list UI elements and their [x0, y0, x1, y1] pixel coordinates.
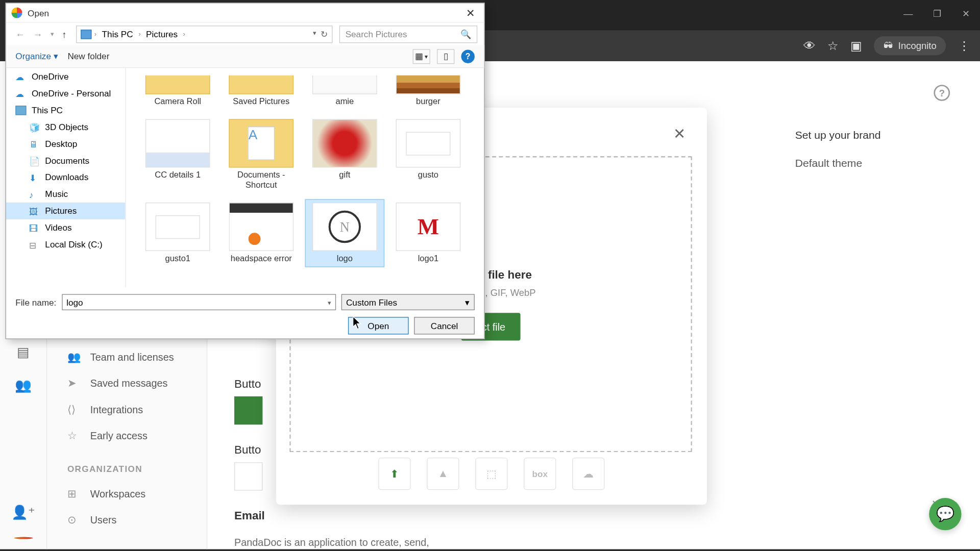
- window-close[interactable]: ✕: [962, 8, 970, 19]
- onedrive-icon[interactable]: ☁: [572, 458, 604, 490]
- google-drive-icon[interactable]: ▲: [427, 458, 459, 490]
- filename-dropdown-icon[interactable]: ▾: [328, 298, 331, 306]
- button-color-swatch[interactable]: [234, 396, 262, 424]
- 3d-icon: 🧊: [29, 122, 40, 131]
- chat-fab[interactable]: 💬: [929, 498, 961, 530]
- file-thumbnail: [396, 76, 461, 94]
- window-minimize[interactable]: —: [903, 8, 913, 19]
- chevron-right-icon[interactable]: ›: [138, 30, 140, 38]
- cancel-button[interactable]: Cancel: [414, 317, 475, 334]
- file-item-burger[interactable]: burger: [388, 72, 468, 110]
- side-panel-icon[interactable]: ▣: [850, 38, 862, 53]
- tree-item-3d-objects[interactable]: 🧊3D Objects: [6, 118, 125, 135]
- file-item-cc-details-1[interactable]: CC details 1: [138, 116, 217, 194]
- filename-input[interactable]: logo ▾: [62, 294, 336, 310]
- file-thumbnail: [145, 119, 210, 167]
- file-item-gusto[interactable]: gusto: [388, 116, 468, 194]
- tree-item-local-disk-c-[interactable]: ⊟Local Disk (C:): [6, 236, 125, 253]
- right-panel-theme[interactable]: Default theme: [795, 149, 980, 178]
- avatar[interactable]: [14, 537, 33, 539]
- window-maximize[interactable]: ❐: [933, 8, 942, 19]
- filetype-select[interactable]: Custom Files ▾: [341, 294, 475, 310]
- tree-item-label: Videos: [45, 223, 71, 233]
- file-item-amie[interactable]: amie: [305, 72, 385, 110]
- file-item-camera-roll[interactable]: Camera Roll: [138, 72, 217, 110]
- search-input[interactable]: Search Pictures 🔍: [339, 25, 477, 42]
- file-open-dialog: Open ✕ ← → ▾ ↑ › This PC › Pictures › ▾ …: [6, 3, 485, 339]
- tree-item-onedrive[interactable]: ☁OneDrive: [6, 68, 125, 85]
- tree-item-onedrive-personal[interactable]: ☁OneDrive - Personal: [6, 85, 125, 102]
- file-item-logo1[interactable]: Mlogo1: [388, 199, 468, 267]
- send-icon: ➤: [67, 377, 80, 390]
- folder-tree[interactable]: ☁OneDrive☁OneDrive - PersonalThis PC🧊3D …: [6, 68, 126, 287]
- file-item-gift[interactable]: gift: [305, 116, 385, 194]
- dialog-title: Open: [28, 8, 49, 18]
- file-label: Documents - Shortcut: [225, 170, 298, 191]
- preview-pane-button[interactable]: ▯: [437, 49, 454, 64]
- dropbox-icon[interactable]: ⬚: [475, 458, 507, 490]
- close-icon[interactable]: ✕: [673, 125, 685, 142]
- chevron-right-icon[interactable]: ›: [183, 30, 185, 38]
- rail-icon-people[interactable]: 👥: [15, 377, 32, 393]
- dialog-titlebar: Open ✕: [6, 4, 484, 22]
- downloads-icon: ⬇: [29, 172, 40, 182]
- chevron-right-icon[interactable]: ›: [94, 30, 96, 38]
- search-icon: 🔍: [460, 29, 471, 39]
- tree-item-desktop[interactable]: 🖥Desktop: [6, 135, 125, 152]
- email-footer-desc: PandaDoc is an application to create, se…: [234, 535, 456, 551]
- button-text-swatch[interactable]: [234, 462, 262, 490]
- help-button[interactable]: ?: [934, 85, 950, 101]
- new-folder-button[interactable]: New folder: [67, 51, 109, 61]
- nav-recent-icon[interactable]: ▾: [48, 28, 57, 40]
- file-item-saved-pictures[interactable]: Saved Pictures: [222, 72, 301, 110]
- sidebar-item-saved-messages[interactable]: ➤ Saved messages: [47, 370, 207, 396]
- file-list[interactable]: Camera RollSaved PicturesamieburgerCC de…: [126, 68, 484, 287]
- file-item-logo[interactable]: Nlogo: [305, 199, 385, 267]
- tree-item-this-pc[interactable]: This PC: [6, 102, 125, 118]
- tree-item-pictures[interactable]: 🖼Pictures: [6, 203, 125, 219]
- tree-item-music[interactable]: ♪Music: [6, 186, 125, 203]
- open-button[interactable]: Open: [348, 317, 409, 334]
- right-panel-brand[interactable]: Set up your brand: [795, 121, 980, 149]
- incognito-icon: 🕶: [884, 40, 893, 51]
- refresh-icon[interactable]: ↻: [321, 29, 328, 39]
- sidebar-item-team[interactable]: 👥 Team and licenses: [47, 344, 207, 370]
- bookmark-star-icon[interactable]: ☆: [827, 38, 838, 53]
- address-bar[interactable]: › This PC › Pictures › ▾ ↻: [76, 25, 333, 42]
- organize-button[interactable]: Organize ▾: [15, 51, 58, 61]
- rail-icon-layout[interactable]: ▤: [17, 344, 30, 360]
- view-mode-button[interactable]: ▦ ▾: [413, 49, 430, 64]
- sidebar-item-workspaces[interactable]: ⊞ Workspaces: [47, 481, 207, 507]
- breadcrumb-this-pc[interactable]: This PC: [99, 28, 136, 40]
- tree-item-videos[interactable]: 🎞Videos: [6, 219, 125, 236]
- sidebar-item-users[interactable]: ⊙ Users: [47, 507, 207, 533]
- sidebar-item-integrations[interactable]: ⟨⟩ Integrations: [47, 396, 207, 422]
- tree-item-documents[interactable]: 📄Documents: [6, 152, 125, 169]
- nav-back-icon[interactable]: ←: [13, 26, 28, 42]
- tree-item-label: Pictures: [45, 206, 77, 216]
- filename-label: File name:: [15, 297, 56, 307]
- tree-item-downloads[interactable]: ⬇Downloads: [6, 169, 125, 186]
- file-item-gusto1[interactable]: gusto1: [138, 199, 217, 267]
- filetype-dropdown-icon[interactable]: ▾: [465, 297, 470, 307]
- rail-icon-add-user[interactable]: 👤⁺: [11, 504, 35, 520]
- nav-forward-icon[interactable]: →: [30, 26, 45, 42]
- nav-up-icon[interactable]: ↑: [59, 26, 69, 42]
- dialog-help-icon[interactable]: ?: [461, 49, 475, 63]
- tree-item-label: Documents: [45, 156, 89, 166]
- cloud-icon: ☁: [15, 71, 26, 81]
- sidebar-item-early-access[interactable]: ☆ Early access: [47, 422, 207, 448]
- file-item-documents-shortcut[interactable]: ADocuments - Shortcut: [222, 116, 301, 194]
- file-label: Saved Pictures: [233, 97, 289, 107]
- box-icon[interactable]: box: [524, 458, 556, 490]
- breadcrumb-pictures[interactable]: Pictures: [143, 28, 181, 40]
- upload-local-icon[interactable]: ⬆: [378, 458, 410, 490]
- tracking-blocked-icon[interactable]: 👁: [803, 39, 816, 53]
- dialog-close-icon[interactable]: ✕: [462, 7, 479, 19]
- browser-menu-icon[interactable]: ⋮: [958, 38, 970, 53]
- file-item-headspace-error[interactable]: headspace error: [222, 199, 301, 267]
- sidebar-item-label: Users: [90, 514, 117, 525]
- incognito-badge[interactable]: 🕶 Incognito: [874, 36, 946, 55]
- file-thumbnail: [145, 203, 210, 251]
- address-dropdown-icon[interactable]: ▾: [313, 29, 316, 39]
